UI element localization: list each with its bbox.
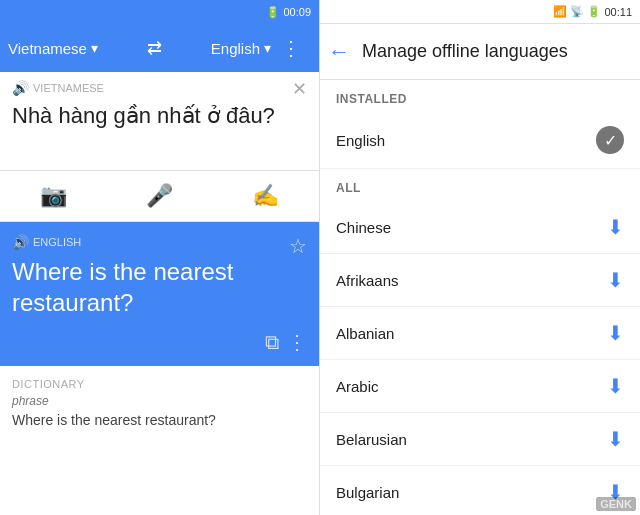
language-list: INSTALLED English ✓ ALL Chinese ⬇ Afrika… [320, 80, 640, 515]
toolbar-left: Vietnamese ▾ ⇄ English ▾ ⋮ [0, 24, 319, 72]
volume-icon-output: 🔊 [12, 234, 29, 250]
time-left: 00:09 [283, 6, 311, 18]
source-lang-label: Vietnamese [8, 40, 87, 57]
language-name-bulgarian: Bulgarian [336, 484, 399, 501]
installed-section-header: INSTALLED [320, 80, 640, 112]
left-panel: 🔋 00:09 Vietnamese ▾ ⇄ English ▾ ⋮ [0, 0, 320, 515]
more-options-button[interactable]: ⋮ [271, 28, 311, 68]
language-item-afrikaans[interactable]: Afrikaans ⬇ [320, 254, 640, 307]
swap-languages-button[interactable]: ⇄ [98, 28, 211, 68]
source-lang-dropdown-icon: ▾ [91, 40, 98, 56]
dictionary-area: DICTIONARY phrase Where is the nearest r… [0, 366, 319, 440]
language-name-chinese: Chinese [336, 219, 391, 236]
page-title: Manage offline languages [362, 41, 568, 62]
installed-check-icon: ✓ [596, 126, 624, 154]
download-icon-chinese[interactable]: ⬇ [607, 215, 624, 239]
dictionary-text: Where is the nearest restaurant? [12, 412, 307, 428]
download-icon-belarusian[interactable]: ⬇ [607, 427, 624, 451]
signal-icon-right: 📶 [553, 5, 567, 18]
favorite-button[interactable]: ☆ [289, 234, 307, 258]
right-panel: 📶 📡 🔋 00:11 ← Manage offline languages I… [320, 0, 640, 515]
status-bar-right: 📶 📡 🔋 00:11 [320, 0, 640, 24]
target-lang-selector[interactable]: English ▾ [211, 40, 271, 57]
volume-icon-input: 🔊 [12, 80, 29, 96]
clear-input-button[interactable]: ✕ [292, 78, 307, 100]
output-more-button[interactable]: ⋮ [287, 330, 307, 354]
output-lang-label: 🔊 ENGLISH [12, 234, 289, 250]
language-item-albanian[interactable]: Albanian ⬇ [320, 307, 640, 360]
output-actions: ⧉ ⋮ [12, 330, 307, 354]
more-icon: ⋮ [281, 36, 301, 60]
language-item-belarusian[interactable]: Belarusian ⬇ [320, 413, 640, 466]
target-lang-dropdown-icon: ▾ [264, 40, 271, 56]
input-area: 🔊 VIETNAMESE Nhà hàng gần nhất ở đâu? ✕ [0, 72, 319, 171]
microphone-button[interactable]: 🎤 [146, 183, 173, 209]
output-area: 🔊 ENGLISH Where is the nearest restauran… [0, 222, 319, 366]
language-item-english[interactable]: English ✓ [320, 112, 640, 169]
toolbar-right: ← Manage offline languages [320, 24, 640, 80]
dictionary-type: phrase [12, 394, 307, 408]
dictionary-label: DICTIONARY [12, 378, 307, 390]
target-lang-label: English [211, 40, 260, 57]
back-button[interactable]: ← [328, 39, 350, 65]
language-name-belarusian: Belarusian [336, 431, 407, 448]
battery-icon-right: 🔋 [587, 5, 601, 18]
language-item-bulgarian[interactable]: Bulgarian ⬇ [320, 466, 640, 515]
language-name-arabic: Arabic [336, 378, 379, 395]
download-icon-afrikaans[interactable]: ⬇ [607, 268, 624, 292]
source-lang-selector[interactable]: Vietnamese ▾ [8, 40, 98, 57]
status-bar-left: 🔋 00:09 [0, 0, 319, 24]
wifi-icon-right: 📡 [570, 5, 584, 18]
time-right: 00:11 [604, 6, 632, 18]
copy-button[interactable]: ⧉ [265, 331, 279, 354]
status-icons-right: 📶 📡 🔋 00:11 [553, 5, 632, 18]
input-lang-label: 🔊 VIETNAMESE [12, 80, 292, 96]
status-icons-left: 🔋 00:09 [266, 6, 311, 19]
input-text[interactable]: Nhà hàng gần nhất ở đâu? [12, 102, 292, 162]
download-icon-arabic[interactable]: ⬇ [607, 374, 624, 398]
language-name-albanian: Albanian [336, 325, 394, 342]
battery-icon: 🔋 [266, 6, 280, 19]
watermark: GENK [596, 497, 636, 511]
camera-button[interactable]: 📷 [40, 183, 67, 209]
language-item-chinese[interactable]: Chinese ⬇ [320, 201, 640, 254]
language-item-arabic[interactable]: Arabic ⬇ [320, 360, 640, 413]
download-icon-albanian[interactable]: ⬇ [607, 321, 624, 345]
input-actions: 📷 🎤 ✍️ [0, 171, 319, 222]
all-section-header: ALL [320, 169, 640, 201]
swap-icon: ⇄ [147, 37, 162, 59]
language-name-english: English [336, 132, 385, 149]
language-name-afrikaans: Afrikaans [336, 272, 399, 289]
output-text: Where is the nearest restaurant? [12, 256, 289, 318]
handwriting-button[interactable]: ✍️ [252, 183, 279, 209]
